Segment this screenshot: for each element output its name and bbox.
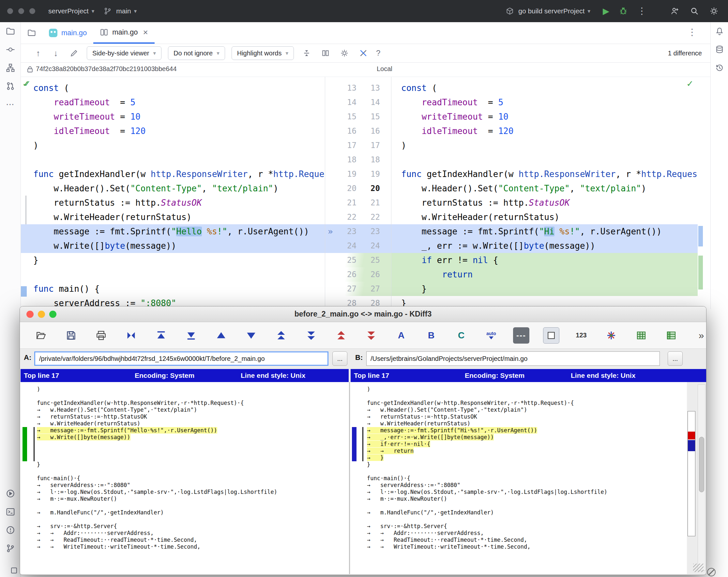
structure-tool-icon[interactable]: [0, 59, 21, 77]
notifications-bell-icon[interactable]: [711, 22, 728, 40]
pane-b-info-bar: Top line 17 Encoding: System Line end st…: [350, 369, 706, 382]
code-with-me-icon[interactable]: [669, 5, 680, 17]
collapse-unchanged-icon[interactable]: [301, 47, 313, 59]
window-resize-grip[interactable]: [693, 564, 704, 572]
kdiff-pane-b[interactable]: ) func·getIndexHandler(w·http.ResponseWr…: [349, 382, 687, 574]
reload-diff-icon[interactable]: [123, 327, 139, 344]
version-control-tool-icon[interactable]: [0, 539, 21, 557]
diff-settings-gear-icon[interactable]: [338, 47, 350, 59]
database-tool-icon[interactable]: [711, 40, 728, 59]
split-view-grid-icon[interactable]: [633, 327, 649, 344]
titlebar: serverProject ▾ main ▾ go build serverPr…: [0, 0, 728, 22]
search-everywhere-icon[interactable]: [689, 5, 700, 17]
tab-main-go-file[interactable]: main.go: [43, 22, 93, 44]
next-difference-icon[interactable]: ↓: [50, 48, 61, 58]
minimize-window-icon[interactable]: [38, 311, 45, 318]
run-tool-icon[interactable]: [0, 485, 21, 503]
open-file-icon[interactable]: [33, 327, 49, 344]
code-line: returnStatus := http.StatusOK: [21, 196, 325, 210]
map-added-marker[interactable]: [698, 255, 703, 290]
map-changed-marker[interactable]: [698, 226, 703, 246]
settings-gear-icon[interactable]: [708, 5, 720, 17]
show-project-tree-icon[interactable]: [21, 22, 43, 44]
more-tools-icon[interactable]: ⋯: [0, 95, 21, 113]
kdiff-code-line: → if·err·!=·nil·{: [367, 441, 685, 447]
next-conflict-icon[interactable]: [303, 327, 319, 344]
help-icon[interactable]: ?: [376, 49, 380, 58]
print-icon[interactable]: [93, 327, 109, 344]
kdiff3-window-controls[interactable]: [26, 311, 56, 318]
file-a-browse-button[interactable]: ...: [332, 351, 347, 366]
auto-advance-icon[interactable]: auto: [483, 327, 499, 344]
kdiff-code-line: → m.HandleFunc("/",·getIndexHandler): [37, 509, 347, 516]
branch-selector[interactable]: main ▾: [98, 3, 140, 19]
kdiff-overview-column[interactable]: [687, 411, 695, 536]
scrollbar-thumb[interactable]: [699, 437, 704, 492]
show-line-numbers-icon[interactable]: 123: [573, 327, 589, 344]
choose-c-icon[interactable]: C: [453, 327, 469, 344]
whitespace-policy-dropdown[interactable]: Do not ignore ▾: [168, 46, 225, 60]
go-to-last-delta-icon[interactable]: [183, 327, 199, 344]
kdiff-pane-a-code[interactable]: ) func·getIndexHandler(w·http.ResponseWr…: [37, 386, 347, 550]
pull-requests-tool-icon[interactable]: [0, 77, 21, 95]
kdiff-code-line: [367, 516, 685, 523]
save-icon[interactable]: [63, 327, 79, 344]
terminal-tool-icon[interactable]: [0, 503, 21, 521]
more-actions-kebab-icon[interactable]: ⋮: [637, 6, 647, 16]
show-whitespace-icon[interactable]: ---: [513, 327, 529, 344]
previous-unsolved-conflict-icon[interactable]: [333, 327, 349, 344]
debug-button[interactable]: [618, 5, 629, 17]
previous-difference-icon[interactable]: ↑: [33, 48, 44, 58]
next-delta-icon[interactable]: [243, 327, 259, 344]
go-to-first-delta-icon[interactable]: [153, 327, 169, 344]
viewer-mode-dropdown[interactable]: Side-by-side viewer ▾: [87, 46, 161, 60]
code-line: _, err := w.Write([]byte(message)): [391, 239, 698, 253]
choose-b-icon[interactable]: B: [423, 327, 439, 344]
project-tool-folder-icon[interactable]: [0, 22, 21, 40]
minimize-window-icon[interactable]: [18, 8, 24, 14]
synchronize-panes-icon[interactable]: [319, 47, 332, 59]
kdiff3-titlebar[interactable]: before_2_main.go <-> main.go - KDiff3: [20, 306, 706, 322]
run-configuration-selector[interactable]: go build serverProject ▾: [500, 3, 594, 19]
status-checkbox-icon[interactable]: [11, 568, 17, 573]
diff-right-code[interactable]: const ( readTimeout = 5 writeTimeout = 1…: [391, 81, 698, 310]
overview-grid-icon[interactable]: [663, 327, 679, 344]
zoom-window-icon[interactable]: [49, 311, 56, 318]
code-line: const (: [391, 81, 698, 95]
close-window-icon[interactable]: [7, 8, 13, 14]
file-a-path-input[interactable]: /private/var/folders/96/bdhwjhbd4t72frsd…: [34, 351, 329, 366]
kdiff-vertical-scrollbar[interactable]: [698, 384, 705, 571]
file-b-browse-button[interactable]: ...: [668, 351, 683, 366]
show-white-background-icon[interactable]: [543, 327, 560, 344]
previous-delta-icon[interactable]: [213, 327, 229, 344]
zoom-window-icon[interactable]: [29, 8, 35, 14]
window-controls[interactable]: [7, 8, 35, 14]
tab-options-kebab-icon[interactable]: ⋮: [687, 27, 697, 37]
kdiff-pane-a[interactable]: ) func·getIndexHandler(w·http.ResponseWr…: [21, 382, 349, 574]
highlight-mode-dropdown[interactable]: Highlight words ▾: [232, 46, 294, 60]
diff-map-strip[interactable]: [698, 77, 703, 310]
pane-b-diff-marker: [352, 427, 357, 461]
close-window-icon[interactable]: [26, 311, 33, 318]
previous-conflict-icon[interactable]: [273, 327, 289, 344]
problems-tool-icon[interactable]: [0, 521, 21, 539]
file-b-path-input[interactable]: /Users/jetbrains/GolandProjects/serverPr…: [366, 351, 660, 366]
external-tools-icon[interactable]: [357, 47, 369, 59]
settings-star-icon[interactable]: [603, 327, 619, 344]
code-line: w.Write([]byte(message)): [21, 239, 325, 253]
tab-main-go-diff[interactable]: main.go ×: [93, 22, 154, 44]
history-tool-icon[interactable]: [711, 59, 728, 77]
run-button[interactable]: ▶: [603, 6, 609, 16]
diff-editor[interactable]: ✓✓ ✓ const ( readTimeout = 5 writeTimeou…: [21, 77, 710, 310]
toolbar-overflow-icon[interactable]: »: [693, 327, 706, 344]
edit-icon[interactable]: [68, 47, 80, 59]
diff-left-code[interactable]: const ( readTimeout = 5 writeTimeout = 1…: [21, 81, 325, 310]
close-tab-icon[interactable]: ×: [143, 27, 148, 37]
project-selector[interactable]: serverProject ▾: [44, 5, 98, 18]
commit-tool-icon[interactable]: [0, 40, 21, 59]
pane-a-info-bar: Top line 17 Encoding: System Line end st…: [21, 369, 349, 382]
choose-a-icon[interactable]: A: [393, 327, 409, 344]
kdiff-pane-b-code[interactable]: ) func·getIndexHandler(w·http.ResponseWr…: [367, 386, 685, 550]
next-unsolved-conflict-icon[interactable]: [363, 327, 379, 344]
kdiff3-window[interactable]: before_2_main.go <-> main.go - KDiff3: [20, 306, 706, 575]
